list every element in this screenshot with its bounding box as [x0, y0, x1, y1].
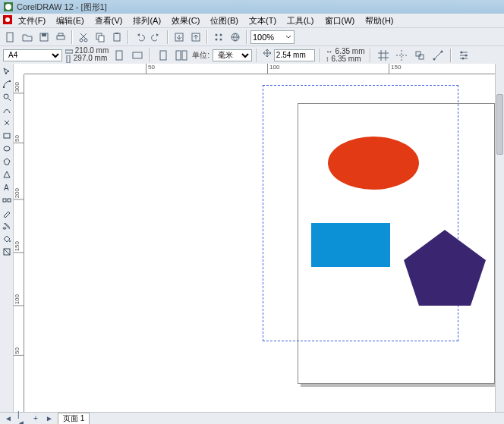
menu-edit[interactable]: 编辑(E) [52, 14, 89, 27]
svg-point-33 [460, 51, 462, 53]
options-button[interactable] [456, 48, 471, 63]
paper-size-select[interactable]: A4 [3, 49, 62, 61]
zoom-input[interactable] [253, 33, 285, 42]
svg-rect-22 [65, 50, 73, 53]
page-next-button[interactable]: ► [44, 414, 55, 423]
svg-rect-23 [67, 55, 70, 63]
vertical-scrollbar[interactable] [495, 64, 504, 412]
units-select[interactable]: 毫米 [213, 49, 252, 61]
menu-arrange[interactable]: 排列(A) [128, 14, 165, 27]
svg-rect-36 [3, 86, 5, 88]
svg-marker-43 [4, 171, 10, 177]
svg-rect-14 [115, 33, 118, 34]
svg-point-17 [216, 33, 218, 36]
eyedropper-tool[interactable] [1, 207, 13, 219]
svg-point-41 [4, 146, 10, 151]
nudge-input[interactable] [274, 49, 315, 61]
zoom-combo[interactable] [250, 30, 295, 44]
svg-rect-37 [9, 80, 11, 82]
paste-button[interactable] [109, 30, 124, 45]
svg-rect-40 [4, 133, 10, 138]
svg-rect-7 [57, 36, 65, 39]
menu-view[interactable]: 查看(V) [90, 14, 128, 27]
save-button[interactable] [36, 30, 52, 45]
menu-window[interactable]: 窗口(W) [320, 14, 360, 27]
freehand-tool[interactable] [1, 104, 13, 116]
app-icon [3, 2, 14, 12]
page-single-button[interactable] [156, 48, 171, 63]
pick-tool[interactable] [1, 65, 13, 77]
pentagon-shape[interactable] [404, 230, 486, 307]
svg-point-38 [4, 94, 8, 99]
scrollbar-thumb[interactable] [496, 94, 503, 155]
svg-rect-24 [116, 51, 122, 60]
svg-rect-46 [8, 199, 11, 202]
snap-to-grid-button[interactable] [376, 48, 391, 63]
svg-rect-28 [182, 51, 187, 60]
menu-text[interactable]: 文本(T) [244, 14, 281, 27]
svg-point-32 [440, 50, 443, 52]
cut-button[interactable] [76, 30, 91, 45]
shape-tool[interactable] [1, 78, 13, 90]
menu-bitmap[interactable]: 位图(B) [206, 14, 243, 27]
basic-shapes-tool[interactable] [1, 168, 13, 181]
svg-rect-8 [58, 33, 63, 36]
nudge-group [263, 49, 315, 61]
paper-dims: 210.0 mm 297.0 mm [65, 47, 109, 62]
menu-tools[interactable]: 工具(L) [282, 14, 318, 27]
svg-point-31 [433, 58, 435, 60]
duplicate-offset: ↔ 6.35 mm ↕ 6.35 mm [326, 48, 365, 63]
export-button[interactable] [188, 30, 203, 45]
page-first-button[interactable]: |◄ [17, 414, 27, 423]
menu-help[interactable]: 帮助(H) [361, 14, 398, 27]
rectangle-shape[interactable] [311, 223, 390, 267]
smart-drawing-tool[interactable] [1, 117, 13, 129]
svg-point-18 [220, 33, 222, 36]
snap-to-guides-button[interactable] [394, 48, 409, 63]
landscape-button[interactable] [130, 48, 145, 63]
text-tool[interactable]: A [1, 181, 13, 193]
height-icon [65, 55, 71, 63]
canvas[interactable] [24, 74, 495, 412]
system-menu-icon[interactable] [3, 15, 12, 26]
zoom-tool[interactable] [1, 91, 13, 103]
svg-point-20 [220, 38, 222, 40]
open-button[interactable] [20, 30, 35, 45]
rectangle-tool[interactable] [1, 130, 13, 142]
units-label: 单位: [192, 50, 209, 61]
import-button[interactable] [172, 30, 187, 45]
menu-file[interactable]: 文件(F) [14, 14, 50, 27]
page-tab[interactable]: 页面 1 [58, 413, 90, 424]
page-facing-button[interactable] [174, 48, 189, 63]
svg-rect-13 [114, 33, 120, 41]
undo-button[interactable] [132, 30, 147, 45]
ellipse-shape[interactable] [328, 137, 419, 190]
vertical-ruler: 300 50 200 150 100 50 [14, 74, 24, 412]
interactive-fill-tool[interactable] [1, 246, 13, 258]
fill-tool[interactable] [1, 233, 13, 245]
ellipse-tool[interactable] [1, 143, 13, 155]
nudge-icon [263, 49, 272, 58]
interactive-blend-tool[interactable] [1, 194, 13, 206]
dynamic-guides-button[interactable] [430, 48, 446, 63]
title-bar: CorelDRAW 12 - [图形1] [0, 0, 504, 14]
svg-line-39 [8, 99, 11, 101]
snap-to-objects-button[interactable] [412, 48, 427, 63]
menu-effects[interactable]: 效果(C) [167, 14, 204, 27]
outline-tool[interactable] [1, 220, 13, 232]
title-text: CorelDRAW 12 - [图形1] [17, 2, 107, 13]
svg-point-34 [465, 54, 467, 56]
copy-button[interactable] [93, 30, 108, 45]
new-button[interactable] [3, 30, 18, 45]
print-button[interactable] [53, 30, 68, 45]
page-prev-button[interactable]: ◄ [3, 414, 14, 423]
polygon-tool[interactable] [1, 155, 13, 168]
svg-rect-45 [3, 199, 6, 202]
svg-point-47 [3, 228, 6, 229]
page-add-button[interactable]: + [30, 414, 41, 423]
svg-rect-4 [7, 33, 13, 42]
corel-online-button[interactable] [228, 30, 243, 45]
redo-button[interactable] [149, 30, 164, 45]
portrait-button[interactable] [112, 48, 127, 63]
app-launcher-button[interactable] [211, 30, 226, 45]
